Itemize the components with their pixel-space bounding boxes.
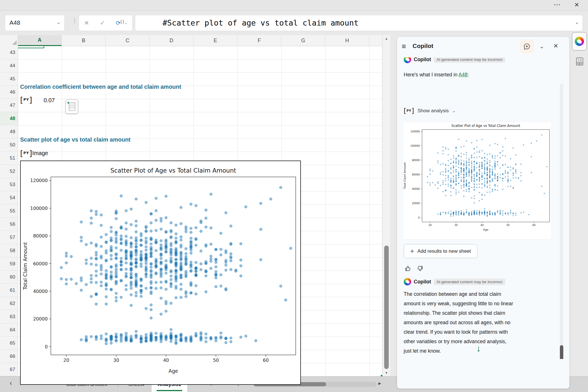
thumbs-down-icon[interactable]: [416, 265, 424, 272]
scroll-to-bottom-icon[interactable]: ↓: [476, 343, 481, 354]
confirm-entry-icon[interactable]: ✓: [100, 20, 105, 26]
name-box-chevron-icon[interactable]: ⌄: [57, 20, 61, 25]
inserted-message: Here's what I inserted in A48:: [404, 70, 469, 80]
scatter-plot-image[interactable]: Scatter Plot of Age vs Total Claim Amoun…: [20, 161, 301, 385]
title-bar: ⋯ ✕: [0, 0, 588, 11]
collapse-pane-icon[interactable]: ⌄: [539, 43, 544, 50]
row-header-48[interactable]: 48: [0, 112, 18, 125]
column-header-A[interactable]: A: [18, 35, 62, 46]
row-header-53[interactable]: 53: [0, 178, 18, 191]
expand-formula-bar-icon[interactable]: ⌄: [575, 20, 579, 25]
row-header-59[interactable]: 59: [0, 257, 18, 271]
copilot-logo: [404, 57, 411, 63]
show-analysis-label: Show analysis: [417, 108, 449, 114]
row-header-54[interactable]: 54: [0, 191, 18, 204]
analysis-message-line: other variables or try more advanced ana…: [404, 337, 513, 346]
row-header-44[interactable]: 44: [0, 59, 18, 72]
new-chat-button[interactable]: [520, 40, 534, 53]
column-header-C[interactable]: C: [106, 35, 150, 46]
spreadsheet-grid[interactable]: ABCDEFGH 4344454647484950515253545556575…: [0, 35, 382, 376]
grid-vertical-scrollbar[interactable]: ▲ ▼: [382, 35, 390, 376]
svg-text:120000: 120000: [411, 130, 420, 133]
svg-text:20000: 20000: [33, 316, 48, 322]
row-header-62[interactable]: 62: [0, 297, 18, 310]
row-header-61[interactable]: 61: [0, 284, 18, 297]
row-header-67[interactable]: 67: [0, 363, 18, 376]
cell-a48-value: Image: [32, 150, 48, 157]
row-header-51[interactable]: 51: [0, 152, 18, 165]
python-insert-icon[interactable]: ⟳ [ ] ⌄: [116, 20, 127, 26]
thumbs-up-icon[interactable]: [404, 265, 412, 272]
row-header-46[interactable]: 46: [0, 86, 18, 99]
svg-text:40: 40: [480, 224, 483, 227]
cell-a43-text[interactable]: Correlation coefficient between age and …: [20, 84, 181, 90]
vertical-scroll-thumb[interactable]: [384, 246, 389, 369]
row-header-47[interactable]: 47: [0, 99, 18, 112]
cell-a48-content[interactable]: [PY] Image: [20, 149, 48, 157]
add-icon: +: [410, 248, 414, 255]
row-header-57[interactable]: 57: [0, 231, 18, 244]
svg-text:80000: 80000: [412, 159, 420, 162]
copilot-logo: [575, 37, 584, 46]
formula-input[interactable]: #Scatter plot of age vs total claim amou…: [135, 15, 583, 31]
close-pane-icon[interactable]: ✕: [553, 43, 558, 49]
column-header-F[interactable]: F: [237, 35, 281, 46]
row-header-60[interactable]: 60: [0, 271, 18, 284]
hamburger-menu-icon[interactable]: ≡: [402, 42, 406, 51]
prev-sheet-icon[interactable]: ‹: [10, 379, 12, 387]
show-analysis-toggle[interactable]: [PY] Show analysis ⌄: [404, 108, 456, 114]
cell-a44-value[interactable]: 0.07: [44, 97, 55, 104]
window-close-icon[interactable]: ✕: [574, 1, 579, 8]
select-all-corner[interactable]: [0, 35, 18, 46]
row-header-66[interactable]: 66: [0, 350, 18, 363]
row-header-55[interactable]: 55: [0, 204, 18, 218]
window-more-icon[interactable]: ⋯: [554, 1, 560, 9]
cell-reference: A48: [9, 19, 20, 26]
svg-text:Scatter Plot of Age vs Total C: Scatter Plot of Age vs Total Claim Amoun…: [111, 167, 236, 174]
sheet-panel-icon[interactable]: [575, 56, 585, 67]
scroll-up-icon[interactable]: ▲: [383, 35, 390, 42]
svg-text:20000: 20000: [412, 202, 420, 205]
row-header-43[interactable]: 43: [0, 46, 18, 59]
copilot-rail-button[interactable]: [572, 32, 587, 51]
pane-scrollbar[interactable]: [560, 83, 563, 359]
column-header-G[interactable]: G: [281, 35, 325, 46]
column-header-D[interactable]: D: [150, 35, 194, 46]
row-header-56[interactable]: 56: [0, 218, 18, 231]
row-header-64[interactable]: 64: [0, 323, 18, 337]
pane-scroll-thumb[interactable]: [560, 345, 563, 359]
new-chat-icon: [523, 43, 531, 50]
scroll-down-icon[interactable]: ▼: [383, 369, 390, 376]
column-header-E[interactable]: E: [194, 35, 237, 46]
row-header-65[interactable]: 65: [0, 337, 18, 350]
row-header-63[interactable]: 63: [0, 310, 18, 323]
row-header-50[interactable]: 50: [0, 138, 18, 152]
row-header-58[interactable]: 58: [0, 244, 18, 257]
tab-scroll-right-icon[interactable]: ▶: [378, 381, 381, 385]
inserted-suffix: :: [467, 72, 469, 78]
row-header-52[interactable]: 52: [0, 165, 18, 178]
column-header-B[interactable]: B: [62, 35, 106, 46]
cell-link[interactable]: A48: [459, 72, 467, 78]
add-results-label: Add results to new sheet: [417, 248, 471, 254]
svg-text:0: 0: [418, 216, 420, 219]
svg-text:30: 30: [454, 224, 458, 227]
analysis-message-line: clear trend. If you want to look for pat…: [404, 327, 513, 337]
row-header-45[interactable]: 45: [0, 72, 18, 86]
cancel-entry-icon[interactable]: ✕: [84, 20, 89, 26]
add-results-button[interactable]: + Add results to new sheet: [404, 244, 477, 258]
active-tab-underline: [156, 390, 182, 391]
chart-preview-card: Scatter Plot of Age vs Total Claim Amoun…: [403, 122, 552, 240]
formula-bar-grip-icon[interactable]: ⋮: [72, 17, 78, 24]
message-header: Copilot AI-generated content may be inco…: [404, 57, 505, 63]
row-header-49[interactable]: 49: [0, 125, 18, 138]
name-box[interactable]: A48 ⌄: [5, 15, 65, 31]
copilot-pane: ≡ Copilot ⌄ ✕ Copilot AI-generated conte…: [397, 37, 569, 389]
copilot-logo: [404, 278, 411, 285]
svg-text:Total Claim Amount: Total Claim Amount: [403, 162, 406, 189]
formula-text: #Scatter plot of age vs total claim amou…: [163, 18, 359, 27]
column-header-H[interactable]: H: [325, 35, 369, 46]
cell-a44-python-icon[interactable]: [PY]: [20, 96, 32, 104]
paste-options-icon[interactable]: +: [65, 99, 78, 114]
cell-a47-text[interactable]: Scatter plot of age vs total claim amoun…: [20, 136, 131, 143]
